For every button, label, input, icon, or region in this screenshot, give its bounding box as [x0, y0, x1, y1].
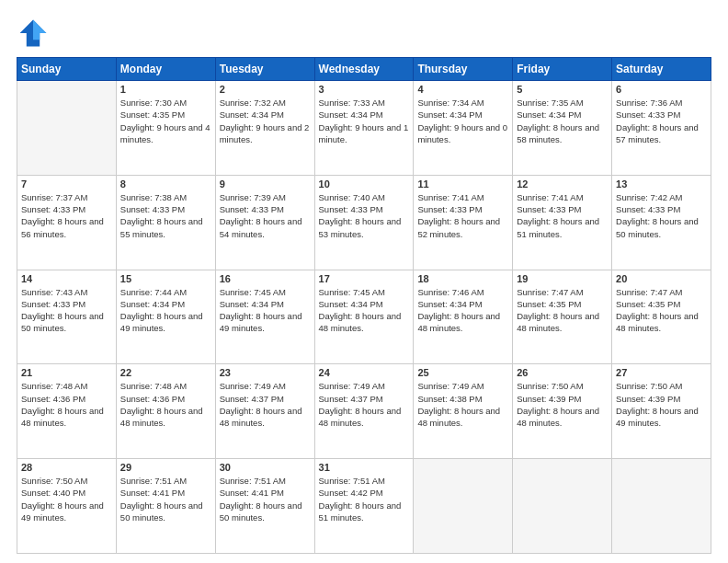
day-number: 27: [616, 367, 707, 378]
week-row-3: 14 Sunrise: 7:43 AM Sunset: 4:33 PM Dayl…: [17, 270, 711, 364]
sunset-line: Sunset: 4:33 PM: [616, 109, 707, 121]
day-number: 5: [517, 84, 608, 95]
calendar-cell: [612, 459, 711, 554]
weekday-header-thursday: Thursday: [414, 58, 513, 81]
day-number: 30: [220, 462, 311, 473]
calendar-cell: 27 Sunrise: 7:50 AM Sunset: 4:39 PM Dayl…: [612, 364, 711, 459]
weekday-header-friday: Friday: [513, 58, 612, 81]
daylight-label: Daylight: 8 hours and 48 minutes.: [616, 310, 707, 335]
svg-marker-1: [33, 20, 46, 40]
calendar-cell: 9 Sunrise: 7:39 AM Sunset: 4:33 PM Dayli…: [215, 175, 314, 270]
daylight-label: Daylight: 8 hours and 51 minutes.: [517, 215, 608, 240]
sunrise-line: Sunrise: 7:49 AM: [417, 380, 508, 392]
day-number: 11: [417, 178, 508, 190]
weekday-header-saturday: Saturday: [612, 58, 711, 81]
calendar-cell: 24 Sunrise: 7:49 AM Sunset: 4:37 PM Dayl…: [314, 364, 414, 459]
sunrise-line: Sunrise: 7:41 AM: [517, 191, 608, 203]
sunset-line: Sunset: 4:33 PM: [120, 203, 211, 215]
logo: [17, 17, 53, 50]
day-number: 2: [220, 84, 311, 95]
daylight-label: Daylight: 9 hours and 1 minute.: [319, 121, 410, 146]
day-number: 23: [220, 367, 311, 378]
day-number: 18: [417, 273, 508, 284]
sunset-line: Sunset: 4:33 PM: [517, 203, 608, 215]
day-number: 15: [120, 273, 211, 284]
day-number: 4: [417, 84, 508, 95]
daylight-label: Daylight: 8 hours and 49 minutes.: [120, 310, 211, 335]
sunset-line: Sunset: 4:35 PM: [616, 298, 707, 310]
day-number: 13: [616, 178, 707, 190]
day-number: 21: [21, 367, 112, 378]
calendar-cell: 11 Sunrise: 7:41 AM Sunset: 4:33 PM Dayl…: [414, 175, 513, 270]
calendar-cell: 7 Sunrise: 7:37 AM Sunset: 4:33 PM Dayli…: [17, 175, 117, 270]
sunrise-line: Sunrise: 7:48 AM: [120, 380, 211, 392]
sunset-line: Sunset: 4:36 PM: [120, 393, 211, 405]
daylight-label: Daylight: 8 hours and 48 minutes.: [517, 405, 608, 430]
daylight-label: Daylight: 8 hours and 49 minutes.: [21, 500, 112, 524]
calendar-cell: 30 Sunrise: 7:51 AM Sunset: 4:41 PM Dayl…: [215, 459, 314, 554]
sunrise-line: Sunrise: 7:34 AM: [417, 97, 508, 109]
sunrise-line: Sunrise: 7:50 AM: [21, 475, 112, 487]
calendar-cell: 26 Sunrise: 7:50 AM Sunset: 4:39 PM Dayl…: [513, 364, 612, 459]
calendar-cell: 6 Sunrise: 7:36 AM Sunset: 4:33 PM Dayli…: [612, 81, 711, 176]
day-number: 6: [616, 84, 707, 95]
sunrise-line: Sunrise: 7:37 AM: [21, 191, 112, 203]
day-number: 22: [120, 367, 211, 378]
sunset-line: Sunset: 4:33 PM: [319, 203, 410, 215]
daylight-label: Daylight: 8 hours and 48 minutes.: [417, 405, 508, 430]
sunset-line: Sunset: 4:34 PM: [319, 109, 410, 121]
weekday-header-row: SundayMondayTuesdayWednesdayThursdayFrid…: [17, 58, 711, 81]
calendar-cell: 12 Sunrise: 7:41 AM Sunset: 4:33 PM Dayl…: [513, 175, 612, 270]
sunrise-line: Sunrise: 7:49 AM: [220, 380, 311, 392]
day-number: 16: [220, 273, 311, 284]
sunrise-line: Sunrise: 7:44 AM: [120, 286, 211, 298]
day-number: 8: [120, 178, 211, 190]
day-number: 28: [21, 462, 112, 473]
sunset-line: Sunset: 4:34 PM: [220, 298, 311, 310]
sunset-line: Sunset: 4:39 PM: [616, 393, 707, 405]
daylight-label: Daylight: 8 hours and 48 minutes.: [21, 405, 112, 430]
sunset-line: Sunset: 4:35 PM: [120, 109, 211, 121]
sunset-line: Sunset: 4:42 PM: [319, 487, 410, 499]
daylight-label: Daylight: 8 hours and 48 minutes.: [220, 405, 311, 430]
sunrise-line: Sunrise: 7:36 AM: [616, 97, 707, 109]
daylight-label: Daylight: 8 hours and 56 minutes.: [21, 215, 112, 240]
day-number: 19: [517, 273, 608, 284]
sunrise-line: Sunrise: 7:32 AM: [220, 97, 311, 109]
daylight-label: Daylight: 8 hours and 48 minutes.: [319, 405, 410, 430]
sunset-line: Sunset: 4:37 PM: [319, 393, 410, 405]
sunrise-line: Sunrise: 7:30 AM: [120, 97, 211, 109]
week-row-4: 21 Sunrise: 7:48 AM Sunset: 4:36 PM Dayl…: [17, 364, 711, 459]
daylight-label: Daylight: 8 hours and 54 minutes.: [220, 215, 311, 240]
sunrise-line: Sunrise: 7:47 AM: [616, 286, 707, 298]
calendar-cell: [17, 81, 117, 176]
sunrise-line: Sunrise: 7:50 AM: [517, 380, 608, 392]
daylight-label: Daylight: 8 hours and 48 minutes.: [517, 310, 608, 335]
calendar-cell: 14 Sunrise: 7:43 AM Sunset: 4:33 PM Dayl…: [17, 270, 117, 364]
calendar-cell: 17 Sunrise: 7:45 AM Sunset: 4:34 PM Dayl…: [314, 270, 414, 364]
daylight-label: Daylight: 8 hours and 53 minutes.: [319, 215, 410, 240]
sunrise-line: Sunrise: 7:45 AM: [319, 286, 410, 298]
logo-icon: [17, 17, 50, 50]
calendar-cell: 4 Sunrise: 7:34 AM Sunset: 4:34 PM Dayli…: [414, 81, 513, 176]
day-number: 17: [319, 273, 410, 284]
weekday-header-sunday: Sunday: [17, 58, 117, 81]
sunrise-line: Sunrise: 7:40 AM: [319, 191, 410, 203]
sunrise-line: Sunrise: 7:51 AM: [220, 475, 311, 487]
sunset-line: Sunset: 4:34 PM: [417, 109, 508, 121]
sunset-line: Sunset: 4:34 PM: [120, 298, 211, 310]
sunset-line: Sunset: 4:33 PM: [21, 298, 112, 310]
day-number: 9: [220, 178, 311, 190]
day-number: 25: [417, 367, 508, 378]
day-number: 20: [616, 273, 707, 284]
sunrise-line: Sunrise: 7:51 AM: [319, 475, 410, 487]
sunset-line: Sunset: 4:33 PM: [417, 203, 508, 215]
sunset-line: Sunset: 4:37 PM: [220, 393, 311, 405]
day-number: 1: [120, 84, 211, 95]
daylight-label: Daylight: 8 hours and 52 minutes.: [417, 215, 508, 240]
calendar-cell: 23 Sunrise: 7:49 AM Sunset: 4:37 PM Dayl…: [215, 364, 314, 459]
weekday-header-wednesday: Wednesday: [314, 58, 414, 81]
day-number: 14: [21, 273, 112, 284]
sunset-line: Sunset: 4:39 PM: [517, 393, 608, 405]
sunset-line: Sunset: 4:34 PM: [220, 109, 311, 121]
